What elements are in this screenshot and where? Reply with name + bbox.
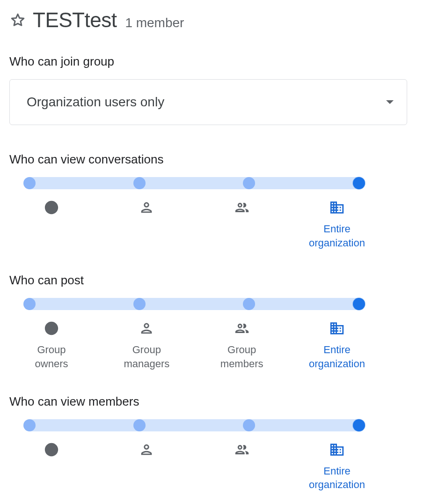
member-count: 1 member — [125, 15, 184, 30]
label-owners: Group owners — [23, 320, 80, 371]
setting-view-members: Who can view members Group owners — [9, 394, 430, 492]
slider-stop-owners[interactable] — [23, 298, 36, 310]
slider-stop-owners[interactable] — [23, 419, 36, 431]
person-outline-icon — [139, 200, 154, 215]
label-managers: Group managers — [118, 320, 175, 371]
domain-icon — [329, 320, 345, 336]
person-outline-icon — [139, 320, 154, 336]
label-owners: Group owners — [23, 200, 80, 250]
domain-icon — [329, 442, 345, 458]
slider-stop-members[interactable] — [243, 419, 255, 431]
heading-view-members: Who can view members — [9, 394, 430, 409]
setting-view-conversations: Who can view conversations Group owners — [9, 152, 430, 250]
who-can-join-select[interactable]: Organization users only — [9, 79, 407, 125]
slider-view-members[interactable] — [23, 419, 365, 431]
label-managers: Group managers — [118, 200, 175, 250]
label-org: Entire organization — [309, 320, 365, 371]
group-title: TESTtest — [33, 8, 117, 32]
slider-stop-org[interactable] — [353, 419, 365, 431]
setting-post: Who can post Group owners Group ma — [9, 273, 430, 371]
dropdown-icon — [386, 100, 394, 104]
slider-post[interactable] — [23, 298, 365, 310]
label-org: Entire organization — [309, 442, 365, 492]
group-header: TESTtest 1 member — [9, 8, 430, 32]
heading-who-can-join: Who can join group — [9, 54, 430, 69]
domain-icon — [329, 200, 345, 215]
slider-stop-org[interactable] — [353, 177, 365, 189]
label-members: Group members — [214, 320, 270, 371]
slider-stop-managers[interactable] — [133, 177, 146, 189]
who-can-join-value: Organization users only — [27, 95, 164, 110]
people-outline-icon — [234, 200, 250, 215]
label-org: Entire organization — [309, 200, 365, 250]
slider-stop-members[interactable] — [243, 177, 255, 189]
slider-stop-members[interactable] — [243, 298, 255, 310]
label-owners: Group owners — [23, 442, 80, 492]
person-outline-icon — [139, 442, 154, 458]
slider-stop-managers[interactable] — [133, 419, 146, 431]
slider-stop-org[interactable] — [353, 298, 365, 310]
star-icon[interactable] — [9, 12, 26, 29]
label-managers: Group managers — [118, 442, 175, 492]
heading-view-conversations: Who can view conversations — [9, 152, 430, 167]
heading-post: Who can post — [9, 273, 430, 288]
account-circle-icon — [44, 200, 59, 215]
slider-stop-owners[interactable] — [23, 177, 36, 189]
slider-view-conversations[interactable] — [23, 177, 365, 189]
people-outline-icon — [234, 320, 250, 336]
label-members: Group members — [214, 442, 270, 492]
people-outline-icon — [234, 442, 250, 458]
label-members: Group members — [214, 200, 270, 250]
account-circle-icon — [44, 320, 59, 336]
slider-stop-managers[interactable] — [133, 298, 146, 310]
account-circle-icon — [44, 442, 59, 458]
